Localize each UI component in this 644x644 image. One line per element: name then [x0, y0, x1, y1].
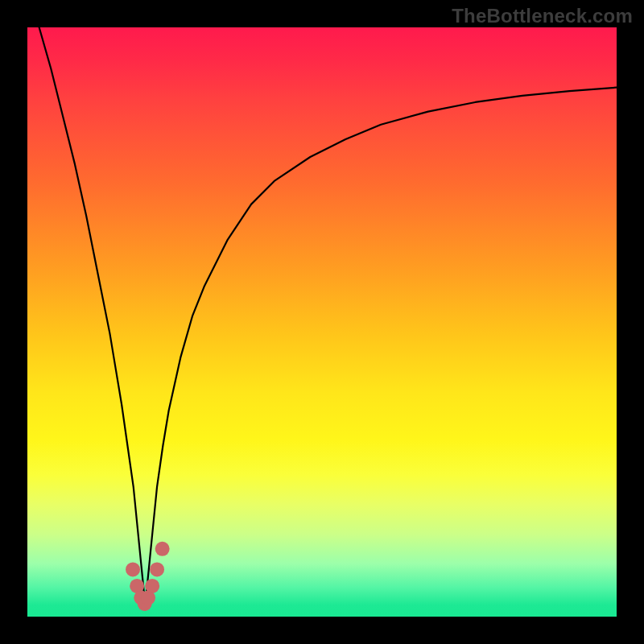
- plot-area: [27, 27, 617, 617]
- chart-frame: TheBottleneck.com: [0, 0, 644, 644]
- marker-dot: [150, 562, 164, 576]
- marker-dot: [155, 542, 170, 556]
- chart-svg: [27, 27, 617, 617]
- watermark-text: TheBottleneck.com: [452, 5, 633, 27]
- marker-dot: [126, 562, 140, 576]
- bottleneck-curve: [39, 27, 617, 609]
- marker-dot: [145, 579, 159, 593]
